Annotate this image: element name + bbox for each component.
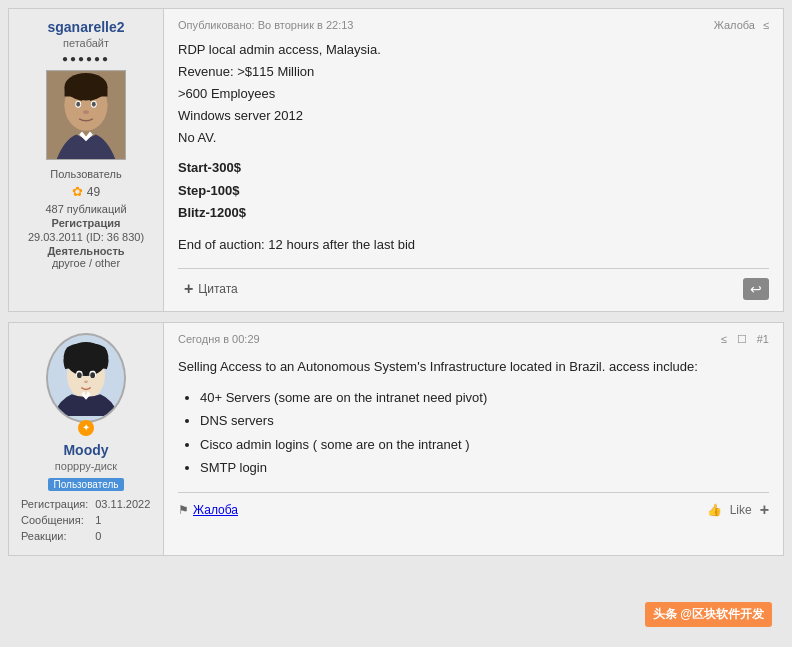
user-posts-count-1: ✿ 49 bbox=[17, 184, 155, 199]
avatar-badge-2: ✦ bbox=[17, 419, 155, 436]
reactions-val-2: 0 bbox=[93, 529, 153, 543]
post-published-2: Сегодня в 00:29 bbox=[178, 333, 260, 345]
bullet-item-0: 40+ Servers (some are on the intranet ne… bbox=[200, 386, 769, 409]
star-icon-1: ✿ bbox=[72, 184, 83, 199]
share-icon-1[interactable]: ≤ bbox=[763, 19, 769, 31]
thumb-icon-2[interactable]: 👍 bbox=[707, 503, 722, 517]
svg-rect-4 bbox=[65, 87, 108, 97]
svg-point-17 bbox=[77, 372, 82, 378]
like-label-2[interactable]: Like bbox=[730, 503, 752, 517]
plus-icon-1: + bbox=[184, 280, 193, 298]
post-intro-2: Selling Access to an Autonomous System's… bbox=[178, 356, 769, 378]
username-1[interactable]: sganarelle2 bbox=[17, 19, 155, 35]
footer-like-2: 👍 Like + bbox=[707, 501, 769, 519]
reg-row: Регистрация: 03.11.2022 bbox=[19, 497, 153, 511]
messages-row: Сообщения: 1 bbox=[19, 513, 153, 527]
reply-icon-1[interactable]: ↩ bbox=[743, 278, 769, 300]
role-badge-2: Пользователь bbox=[48, 478, 125, 491]
svg-point-21 bbox=[84, 380, 88, 383]
user-publications-1: 487 публикаций bbox=[17, 203, 155, 215]
price1-text: Start-300$ bbox=[178, 160, 241, 175]
user-activity-label-1: Деятельность bbox=[17, 245, 155, 257]
post-body-2: Selling Access to an Autonomous System's… bbox=[178, 356, 769, 480]
post-2: ✦ Moody поррру-диск Пользователь Регистр… bbox=[8, 322, 784, 556]
report-link-1[interactable]: Жалоба bbox=[714, 19, 755, 31]
post-price2: Step-100$ bbox=[178, 180, 769, 202]
reactions-label-2: Реакции: bbox=[19, 529, 91, 543]
user-role-badge-2: Пользователь bbox=[17, 476, 155, 495]
report-share-1: Жалоба ≤ bbox=[714, 19, 769, 31]
bullet-list-2: 40+ Servers (some are on the intranet ne… bbox=[178, 386, 769, 480]
post-auction: End of auction: 12 hours after the last … bbox=[178, 234, 769, 256]
share-icon-2[interactable]: ≤ bbox=[721, 333, 727, 345]
user-dots-1: ●●●●●● bbox=[17, 53, 155, 64]
content-panel-2: Сегодня в 00:29 ≤ ☐ #1 Selling Access to… bbox=[164, 323, 783, 555]
user-avatar-2 bbox=[46, 333, 126, 423]
user-rank-2: поррру-диск bbox=[17, 460, 155, 472]
post-price3: Blitz-1200$ bbox=[178, 202, 769, 224]
bullet-item-3: SMTP login bbox=[200, 456, 769, 479]
post-footer-1: + Цитата ↩ bbox=[178, 268, 769, 301]
username-2[interactable]: Moody bbox=[17, 442, 155, 458]
plus-label-2[interactable]: + bbox=[760, 501, 769, 519]
quote-label-1: Цитата bbox=[198, 282, 237, 296]
post-published-1: Опубликовано: Во вторник в 22:13 bbox=[178, 19, 353, 31]
badge-icon-2: ✦ bbox=[78, 420, 94, 436]
post-line3: >600 Employees bbox=[178, 83, 769, 105]
reg-label-2: Регистрация: bbox=[19, 497, 91, 511]
user-rank-1: петабайт bbox=[17, 37, 155, 49]
bookmark-icon-2[interactable]: ☐ bbox=[737, 333, 747, 346]
user-avatar-1 bbox=[46, 70, 126, 160]
svg-point-8 bbox=[92, 102, 96, 107]
post-number-2: #1 bbox=[757, 333, 769, 345]
quote-button-1[interactable]: + Цитата bbox=[178, 277, 244, 301]
messages-label-2: Сообщения: bbox=[19, 513, 91, 527]
post-meta-1: Опубликовано: Во вторник в 22:13 Жалоба … bbox=[178, 19, 769, 31]
user-reg-date-1: 29.03.2011 (ID: 36 830) bbox=[17, 231, 155, 243]
reactions-row: Реакции: 0 bbox=[19, 529, 153, 543]
messages-val-2: 1 bbox=[93, 513, 153, 527]
footer-report-2: ⚑ Жалоба bbox=[178, 503, 238, 517]
user-reg-label-1: Регистрация bbox=[17, 217, 155, 229]
user-activity-val-1: другое / other bbox=[17, 257, 155, 269]
post-meta-2: Сегодня в 00:29 ≤ ☐ #1 bbox=[178, 333, 769, 346]
svg-point-18 bbox=[90, 372, 95, 378]
report-icon-2: ⚑ bbox=[178, 503, 189, 517]
post-body-1: RDP local admin access, Malaysia. Revenu… bbox=[178, 39, 769, 256]
posts-count-1: 49 bbox=[87, 185, 100, 199]
post-line5: No AV. bbox=[178, 127, 769, 149]
svg-point-11 bbox=[83, 110, 89, 114]
user-stats-table-2: Регистрация: 03.11.2022 Сообщения: 1 Реа… bbox=[17, 495, 155, 545]
meta-right-2: ≤ ☐ #1 bbox=[721, 333, 769, 346]
bullet-item-2: Cisco admin logins ( some are on the int… bbox=[200, 433, 769, 456]
content-panel-1: Опубликовано: Во вторник в 22:13 Жалоба … bbox=[164, 9, 783, 311]
post-line1: RDP local admin access, Malaysia. bbox=[178, 39, 769, 61]
user-role-1: Пользователь bbox=[17, 168, 155, 180]
post-line2: Revenue: >$115 Million bbox=[178, 61, 769, 83]
report-link-2[interactable]: Жалоба bbox=[193, 503, 238, 517]
page-wrapper: sganarelle2 петабайт ●●●●●● bbox=[0, 0, 792, 574]
post-footer-2: ⚑ Жалоба 👍 Like + bbox=[178, 492, 769, 519]
reg-date-2: 03.11.2022 bbox=[93, 497, 153, 511]
svg-point-7 bbox=[76, 102, 80, 107]
post-1: sganarelle2 петабайт ●●●●●● bbox=[8, 8, 784, 312]
price3-text: Blitz-1200$ bbox=[178, 205, 246, 220]
price2-text: Step-100$ bbox=[178, 183, 239, 198]
post-price1: Start-300$ bbox=[178, 157, 769, 179]
post-line4: Windows server 2012 bbox=[178, 105, 769, 127]
user-panel-2: ✦ Moody поррру-диск Пользователь Регистр… bbox=[9, 323, 164, 555]
user-panel-1: sganarelle2 петабайт ●●●●●● bbox=[9, 9, 164, 311]
bullet-item-1: DNS servers bbox=[200, 409, 769, 432]
